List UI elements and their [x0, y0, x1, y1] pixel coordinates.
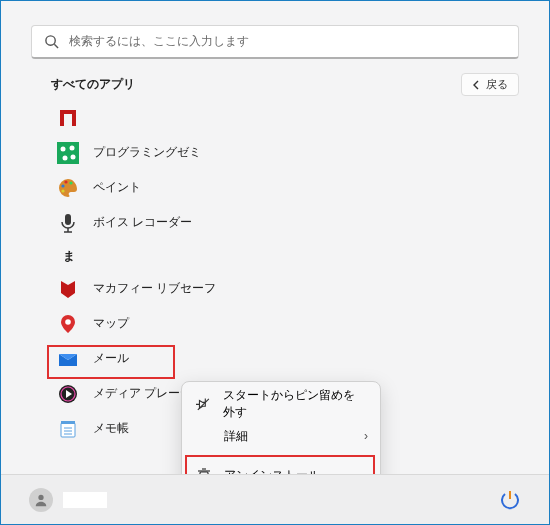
svg-point-7 — [70, 145, 75, 150]
list-item[interactable]: ボイス レコーダー — [51, 205, 351, 240]
ctx-label: スタートからピン留めを外す — [223, 387, 366, 421]
svg-point-13 — [61, 189, 64, 192]
app-label: メモ帳 — [93, 420, 129, 437]
app-label: マップ — [93, 315, 129, 332]
svg-point-12 — [69, 181, 72, 184]
svg-rect-4 — [72, 110, 76, 126]
svg-point-32 — [38, 494, 43, 499]
media-player-icon — [57, 383, 79, 405]
app-icon — [57, 107, 79, 129]
separator — [190, 455, 372, 456]
svg-rect-21 — [61, 423, 75, 437]
svg-rect-3 — [60, 110, 64, 126]
svg-line-1 — [54, 44, 58, 48]
section-letter[interactable]: ま — [51, 240, 351, 271]
power-button[interactable] — [499, 489, 521, 511]
app-label: ペイント — [93, 179, 141, 196]
app-label: マカフィー リブセーフ — [93, 280, 216, 297]
svg-point-8 — [63, 155, 68, 160]
list-item-mail[interactable]: メール — [51, 341, 351, 376]
all-apps-header: すべてのアプリ 戻る — [51, 73, 519, 96]
ctx-label: 詳細 — [224, 428, 248, 445]
svg-rect-5 — [57, 142, 79, 164]
ctx-unpin[interactable]: スタートからピン留めを外す — [182, 388, 380, 420]
list-item[interactable]: マップ — [51, 306, 351, 341]
blank-icon — [196, 428, 212, 444]
user-avatar[interactable] — [29, 488, 53, 512]
paint-icon — [57, 177, 79, 199]
svg-point-10 — [61, 184, 64, 187]
back-label: 戻る — [486, 77, 508, 92]
app-label: プログラミングゼミ — [93, 144, 201, 161]
svg-rect-14 — [65, 214, 71, 225]
app-icon — [57, 142, 79, 164]
app-label: メール — [93, 350, 129, 367]
search-placeholder: 検索するには、ここに入力します — [69, 33, 249, 50]
svg-rect-22 — [61, 421, 75, 424]
chevron-right-icon: › — [364, 429, 368, 443]
list-item[interactable]: プログラミングゼミ — [51, 135, 351, 170]
microphone-icon — [57, 212, 79, 234]
mail-icon — [57, 348, 79, 370]
username — [63, 492, 107, 508]
notepad-icon — [57, 418, 79, 440]
map-pin-icon — [57, 313, 79, 335]
svg-point-0 — [46, 36, 55, 45]
list-item[interactable]: マカフィー リブセーフ — [51, 271, 351, 306]
svg-point-9 — [71, 154, 76, 159]
search-input[interactable]: 検索するには、ここに入力します — [31, 25, 519, 59]
unpin-icon — [196, 396, 211, 412]
app-label: ボイス レコーダー — [93, 214, 192, 231]
search-icon — [44, 34, 59, 49]
list-item[interactable] — [51, 100, 351, 135]
section-title: すべてのアプリ — [51, 76, 135, 93]
mcafee-icon — [57, 278, 79, 300]
svg-point-17 — [65, 319, 71, 325]
taskbar — [1, 474, 549, 524]
ctx-details[interactable]: 詳細 › — [182, 420, 380, 452]
svg-point-6 — [61, 146, 66, 151]
back-button[interactable]: 戻る — [461, 73, 519, 96]
list-item[interactable]: ペイント — [51, 170, 351, 205]
svg-point-11 — [64, 180, 67, 183]
